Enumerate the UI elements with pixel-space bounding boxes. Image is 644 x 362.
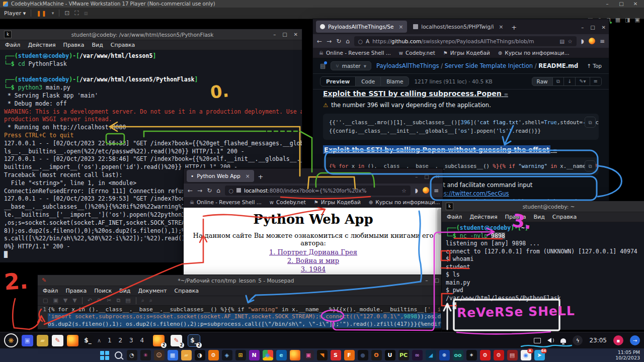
- taskbar-app-icon[interactable]: U: [385, 350, 395, 360]
- taskbar-app-icon[interactable]: ∞: [412, 350, 423, 360]
- search-icon[interactable]: ⌕: [141, 297, 144, 304]
- close-tab-icon[interactable]: ×: [499, 24, 503, 30]
- menu-item[interactable]: Вид: [533, 214, 544, 220]
- taskbar-app-icon[interactable]: ▤: [507, 350, 518, 360]
- minimize-button[interactable]: –: [581, 25, 584, 30]
- menu-item[interactable]: Файл: [5, 42, 20, 48]
- file-tree-icon[interactable]: ▤: [320, 62, 326, 69]
- home-icon[interactable]: ⌂: [346, 38, 350, 45]
- taskbar-app-icon[interactable]: [290, 350, 300, 360]
- url-bar[interactable]: ○ A https://github.com/swisskyrepo/Paylo…: [354, 36, 577, 46]
- tab-localhost-phptwig[interactable]: localhost/lesson5/PHPTwig/i ×: [409, 21, 507, 33]
- taskbar-app-icon[interactable]: ✶: [466, 350, 477, 360]
- menu-item[interactable]: Действия: [28, 42, 55, 48]
- menu-item[interactable]: Справка: [111, 42, 135, 48]
- menu-item[interactable]: Действия: [469, 214, 497, 220]
- bookmark-item[interactable]: ⊕Курсы по информаци...: [369, 199, 440, 205]
- menu-item[interactable]: Поиск: [94, 288, 112, 294]
- taskbar-app-icon[interactable]: $_: [82, 335, 94, 346]
- copy-icon[interactable]: ⧉: [116, 297, 120, 304]
- taskbar-app-icon[interactable]: ⚙: [480, 350, 491, 360]
- running-app-icon[interactable]: 2: [153, 335, 165, 346]
- reader-mode-icon[interactable]: ▤: [559, 38, 565, 44]
- paste-icon[interactable]: ▤: [125, 297, 130, 304]
- save-as-icon[interactable]: ▼: [72, 297, 76, 304]
- code-block-subprocess[interactable]: ⧉{{''.__class__.mro()[1].__subclasses__(…: [323, 114, 599, 140]
- chevron-up-icon[interactable]: ∧: [97, 337, 101, 344]
- back-icon[interactable]: ←: [188, 187, 193, 194]
- redo-icon[interactable]: ↷: [97, 297, 102, 304]
- taskbar-app-icon[interactable]: ◈: [222, 350, 232, 360]
- url-bar[interactable]: ○ localhost:8080/index?book={%%20for%20x…: [225, 186, 411, 196]
- reload-icon[interactable]: ↻: [207, 187, 212, 194]
- taskbar-app-icon[interactable]: ▰: [37, 335, 48, 346]
- player-menu[interactable]: Player ▾: [4, 10, 26, 17]
- download-icon[interactable]: ↓: [564, 77, 576, 86]
- menu-item[interactable]: Документ: [138, 288, 167, 294]
- taskbar-app-icon[interactable]: ◥: [317, 350, 328, 360]
- twitter-link[interactable]: https://twitter.com/SecGus: [432, 190, 509, 197]
- copy-icon[interactable]: ⧉: [553, 77, 564, 86]
- outline-icon[interactable]: ≡: [590, 77, 602, 86]
- bookmark-item[interactable]: ⊕Курсы по информаци...: [498, 50, 570, 56]
- menu-item[interactable]: Файл: [447, 214, 462, 220]
- minimize-button[interactable]: –: [426, 278, 428, 283]
- forward-icon[interactable]: →: [197, 187, 202, 194]
- running-app-icon[interactable]: ✎2: [171, 335, 182, 346]
- taskbar-app-icon[interactable]: ʘ: [371, 350, 382, 360]
- book-link[interactable]: 3. 1984: [184, 265, 443, 274]
- book-link[interactable]: 2. Война и мир: [184, 256, 443, 265]
- vm-device-icon[interactable]: ▣: [635, 17, 640, 23]
- extension-icon[interactable]: [423, 187, 429, 194]
- taskbar-app-icon[interactable]: ▣: [22, 335, 33, 346]
- search-icon[interactable]: [113, 350, 124, 360]
- breadcrumb-dir[interactable]: Server Side Template Injection: [445, 62, 533, 69]
- copy-code-icon[interactable]: ⧉: [585, 117, 596, 128]
- bookmark-item[interactable]: ☠Online - Reverse Shell ...: [319, 50, 391, 56]
- bookmark-star-icon[interactable]: ☆: [568, 38, 572, 44]
- menu-item[interactable]: Вид: [92, 42, 103, 48]
- back-icon[interactable]: ←: [317, 38, 322, 45]
- reload-icon[interactable]: ↻: [336, 38, 341, 45]
- new-tab-button[interactable]: +: [511, 24, 517, 31]
- taskbar-app-icon[interactable]: ▣: [303, 350, 314, 360]
- close-button[interactable]: ✕: [294, 32, 298, 37]
- tab-payloadsallthethings[interactable]: PayloadsAllTheThings/Se ×: [316, 21, 407, 33]
- terminal-left-titlebar[interactable]: k student@codeby: /var/www/html/lesson5/…: [0, 29, 302, 40]
- terminal-right-output[interactable]: ┌──(student㉿codeby)-[~]└─$ nc -nvlp 9898…: [442, 222, 644, 330]
- taskbar-app-icon[interactable]: ◑: [195, 350, 205, 360]
- running-app-icon[interactable]: $_2: [188, 335, 200, 346]
- close-tab-icon[interactable]: ×: [246, 173, 250, 179]
- raw-button[interactable]: Raw: [532, 77, 553, 86]
- back-to-top-link[interactable]: ↑ Top: [587, 63, 602, 69]
- taskbar-app-icon[interactable]: ◉: [263, 350, 273, 360]
- mousepad-titlebar[interactable]: ✎ *~/Рабочий стол/tmp_lesson_5 - Mousepa…: [38, 275, 443, 286]
- menu-item[interactable]: Справка: [552, 214, 577, 220]
- vm-device-icon[interactable]: ◨: [625, 17, 630, 23]
- maximize-button[interactable]: □: [424, 174, 429, 179]
- book-link[interactable]: 1. Портрет Дориана Грея: [184, 248, 443, 256]
- app-menu-icon[interactable]: ≡: [600, 38, 605, 45]
- tab-preview[interactable]: Preview: [320, 77, 356, 86]
- vm-device-icon[interactable]: ▦: [615, 17, 620, 23]
- kali-menu-icon[interactable]: ❋: [4, 333, 18, 347]
- taskbar-app-icon[interactable]: ◉A: [521, 350, 531, 360]
- workspace-switcher[interactable]: 1 2 3 4: [108, 337, 146, 344]
- pocket-icon[interactable]: ◗: [415, 187, 418, 194]
- new-file-icon[interactable]: ▢: [43, 297, 48, 304]
- home-icon[interactable]: ⌂: [216, 187, 220, 194]
- branch-selector[interactable]: ⑂master▾: [331, 61, 371, 70]
- taskbar-app-icon[interactable]: ☺: [154, 350, 165, 360]
- taskbar-app-icon[interactable]: ⚙: [208, 350, 219, 360]
- bookmark-item[interactable]: wCodeby.net: [270, 199, 306, 205]
- taskbar-app-icon[interactable]: ⊞: [235, 350, 246, 360]
- system-clock[interactable]: 11:05 PM 10/2/2023: [615, 349, 640, 360]
- bookmark-item[interactable]: ☠Online - Reverse Shell ...: [190, 199, 262, 205]
- volume-icon[interactable]: ): [547, 338, 554, 343]
- taskbar-app-icon[interactable]: ✎: [52, 335, 63, 346]
- taskbar-app-icon[interactable]: ➤64: [534, 350, 545, 360]
- open-file-icon[interactable]: ▣: [53, 297, 58, 304]
- taskbar-app-icon[interactable]: ●: [358, 350, 368, 360]
- new-tab-button[interactable]: +: [258, 173, 264, 180]
- menu-item[interactable]: Правка: [65, 288, 87, 294]
